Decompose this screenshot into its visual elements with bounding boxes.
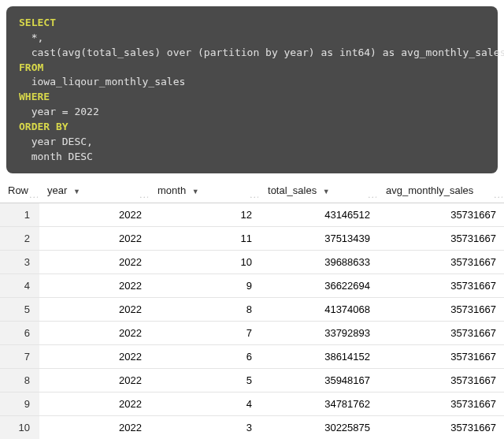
table-row: 5202284137406835731667 [0, 298, 504, 322]
month-cell: 9 [150, 274, 260, 298]
total-sales-cell: 36622694 [260, 274, 378, 298]
month-cell: 8 [150, 298, 260, 322]
year-cell: 2022 [39, 322, 150, 345]
sort-icon[interactable]: ▼ [323, 188, 330, 195]
sql-line: year DESC, [19, 136, 93, 147]
row-index-cell: 8 [0, 369, 39, 392]
month-cell: 4 [150, 392, 260, 416]
column-label: Row [8, 184, 28, 196]
row-index-cell: 1 [0, 203, 39, 227]
table-row: 22022113751343935731667 [0, 227, 504, 251]
table-row: 4202293662269435731667 [0, 274, 504, 298]
column-header-month[interactable]: month ▼ ⋰ [150, 180, 260, 203]
resize-handle-icon[interactable]: ⋰ [368, 192, 378, 203]
total-sales-cell: 39688633 [260, 251, 378, 274]
row-index-cell: 7 [0, 345, 39, 369]
year-cell: 2022 [39, 274, 150, 298]
avg-monthly-sales-cell: 35731667 [378, 298, 504, 322]
avg-monthly-sales-cell: 35731667 [378, 274, 504, 298]
column-label: total_sales [268, 184, 317, 196]
column-label: year [47, 184, 67, 196]
year-cell: 2022 [39, 251, 150, 274]
avg-monthly-sales-cell: 35731667 [378, 322, 504, 345]
avg-monthly-sales-cell: 35731667 [378, 203, 504, 227]
sort-icon[interactable]: ▼ [192, 188, 199, 195]
column-header-year[interactable]: year ▼ ⋰ [39, 180, 150, 203]
row-index-cell: 3 [0, 251, 39, 274]
sql-keyword-where: WHERE [19, 91, 50, 102]
row-index-cell: 10 [0, 416, 39, 439]
month-cell: 10 [150, 251, 260, 274]
row-index-cell: 5 [0, 298, 39, 322]
total-sales-cell: 41374068 [260, 298, 378, 322]
sql-line: month DESC [19, 151, 93, 162]
table-row: 6202273379289335731667 [0, 322, 504, 345]
resize-handle-icon[interactable]: ⋰ [29, 192, 39, 203]
month-cell: 5 [150, 369, 260, 392]
table-row: 7202263861415235731667 [0, 345, 504, 369]
year-cell: 2022 [39, 416, 150, 439]
resize-handle-icon[interactable]: ⋰ [494, 192, 504, 203]
results-tbody: 1202212431465123573166722022113751343935… [0, 203, 504, 439]
column-label: month [158, 184, 186, 196]
sql-line: cast(avg(total_sales) over (partition by… [19, 47, 504, 58]
month-cell: 7 [150, 322, 260, 345]
avg-monthly-sales-cell: 35731667 [378, 227, 504, 251]
year-cell: 2022 [39, 369, 150, 392]
column-label: avg_monthly_sales [386, 184, 473, 196]
sql-line: year = 2022 [19, 106, 99, 117]
month-cell: 12 [150, 203, 260, 227]
sort-icon[interactable]: ▼ [73, 188, 80, 195]
month-cell: 11 [150, 227, 260, 251]
total-sales-cell: 43146512 [260, 203, 378, 227]
row-index-cell: 6 [0, 322, 39, 345]
avg-monthly-sales-cell: 35731667 [378, 392, 504, 416]
avg-monthly-sales-cell: 35731667 [378, 251, 504, 274]
table-row: 12022124314651235731667 [0, 203, 504, 227]
row-index-cell: 9 [0, 392, 39, 416]
month-cell: 3 [150, 416, 260, 439]
total-sales-cell: 35948167 [260, 369, 378, 392]
sql-line: *, [19, 32, 43, 43]
year-cell: 2022 [39, 203, 150, 227]
table-row: 10202233022587535731667 [0, 416, 504, 439]
column-header-total-sales[interactable]: total_sales ▼ ⋰ [260, 180, 378, 203]
avg-monthly-sales-cell: 35731667 [378, 345, 504, 369]
year-cell: 2022 [39, 392, 150, 416]
sql-keyword-from: FROM [19, 61, 43, 73]
resize-handle-icon[interactable]: ⋰ [139, 192, 150, 203]
month-cell: 6 [150, 345, 260, 369]
year-cell: 2022 [39, 298, 150, 322]
avg-monthly-sales-cell: 35731667 [378, 416, 504, 439]
total-sales-cell: 30225875 [260, 416, 378, 439]
sql-line: iowa_liqour_monthly_sales [19, 76, 185, 87]
total-sales-cell: 33792893 [260, 322, 378, 345]
results-table: Row ⋰ year ▼ ⋰ month ▼ ⋰ total_sales ▼ ⋰… [0, 180, 504, 439]
table-row: 9202243478176235731667 [0, 392, 504, 416]
resize-handle-icon[interactable]: ⋰ [250, 192, 260, 203]
year-cell: 2022 [39, 227, 150, 251]
sql-code-block: SELECT *, cast(avg(total_sales) over (pa… [6, 6, 498, 173]
sql-keyword-select: SELECT [19, 17, 56, 28]
total-sales-cell: 38614152 [260, 345, 378, 369]
total-sales-cell: 37513439 [260, 227, 378, 251]
avg-monthly-sales-cell: 35731667 [378, 369, 504, 392]
column-header-avg-monthly-sales[interactable]: avg_monthly_sales ⋰ [378, 180, 504, 203]
row-index-cell: 4 [0, 274, 39, 298]
table-row: 8202253594816735731667 [0, 369, 504, 392]
year-cell: 2022 [39, 345, 150, 369]
row-index-cell: 2 [0, 227, 39, 251]
table-row: 32022103968863335731667 [0, 251, 504, 274]
column-header-row[interactable]: Row ⋰ [0, 180, 39, 203]
total-sales-cell: 34781762 [260, 392, 378, 416]
sql-keyword-orderby: ORDER BY [19, 121, 69, 132]
